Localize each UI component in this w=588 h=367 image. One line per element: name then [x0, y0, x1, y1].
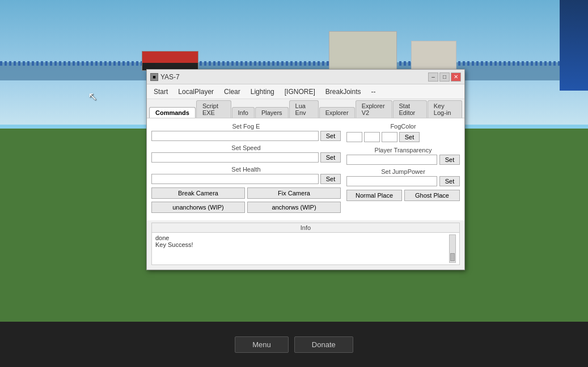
jumppower-set-button[interactable]: Set	[439, 176, 460, 186]
transparency-row: Set	[346, 155, 460, 165]
info-text: done Key Success!	[155, 234, 193, 248]
info-line2: Key Success!	[155, 241, 193, 248]
fog-e-label: Set Fog E	[151, 123, 341, 130]
info-section: Info done Key Success!	[151, 223, 460, 265]
health-label: Set Health	[151, 166, 341, 173]
info-line1: done	[155, 234, 193, 241]
menu-start[interactable]: Start	[149, 87, 172, 97]
unanchorws-button[interactable]: unanchorws (WIP)	[151, 202, 245, 213]
place-row: Normal Place Ghost Place	[346, 190, 460, 201]
menu-dash: --	[367, 87, 380, 97]
minimize-button[interactable]: –	[428, 72, 438, 82]
speed-input[interactable]	[151, 152, 319, 163]
right-structure	[560, 0, 588, 91]
tab-keylogin[interactable]: Key Log-in	[428, 100, 462, 118]
fog-color-row: Set	[346, 132, 460, 142]
info-header: Info	[152, 223, 459, 233]
fog-color-b[interactable]	[382, 132, 397, 142]
fog-color-r[interactable]	[346, 132, 362, 142]
menu-localplayer[interactable]: LocalPlayer	[174, 87, 218, 97]
health-row: Set	[151, 174, 341, 184]
building2	[411, 41, 456, 72]
bus	[142, 51, 198, 71]
jumppower-label: Set JumpPower	[346, 168, 460, 175]
transparency-group: Player Transparency Set	[346, 147, 460, 165]
anchorws-button[interactable]: anchorws (WIP)	[247, 202, 341, 213]
normal-place-button[interactable]: Normal Place	[346, 190, 402, 201]
menu-breakjoints[interactable]: BreakJoints	[321, 87, 366, 97]
yas7-window: ■ YAS-7 – □ ✕ Start LocalPlayer Clear Li…	[146, 69, 465, 270]
fog-color-set-button[interactable]: Set	[399, 132, 420, 142]
fog-color-g[interactable]	[364, 132, 380, 142]
window-icon: ■	[150, 73, 158, 81]
scroll-thumb	[450, 253, 455, 261]
fog-color-section: FogColor Set	[346, 123, 460, 142]
fog-e-input[interactable]	[151, 131, 319, 141]
jumppower-input[interactable]	[346, 176, 437, 186]
speed-row: Set	[151, 152, 341, 163]
menu-clear[interactable]: Clear	[219, 87, 245, 97]
jumppower-row: Set	[346, 176, 460, 186]
tab-scriptexe[interactable]: Script EXE	[196, 100, 231, 118]
transparency-label: Player Transparency	[346, 147, 460, 153]
fog-e-set-button[interactable]: Set	[320, 131, 341, 141]
info-body: done Key Success!	[152, 233, 459, 264]
transparency-set-button[interactable]: Set	[439, 155, 460, 165]
titlebar: ■ YAS-7 – □ ✕	[147, 70, 464, 84]
tabs-bar: Commands Script EXE Info Players Lua Env…	[147, 99, 464, 118]
ghost-place-button[interactable]: Ghost Place	[404, 190, 460, 201]
anchor-row: unanchorws (WIP) anchorws (WIP)	[151, 202, 341, 213]
menu-button[interactable]: Menu	[235, 336, 289, 353]
speed-group: Set Speed Set	[151, 144, 341, 163]
health-group: Set Health Set	[151, 166, 341, 184]
health-input[interactable]	[151, 174, 319, 184]
menubar: Start LocalPlayer Clear Lighting [IGNORE…	[147, 84, 464, 99]
tab-luaenv[interactable]: Lua Env	[289, 100, 319, 118]
tab-info[interactable]: Info	[232, 107, 255, 118]
titlebar-left: ■ YAS-7	[150, 73, 180, 81]
tab-commands[interactable]: Commands	[149, 107, 196, 118]
transparency-input[interactable]	[346, 155, 437, 165]
speed-label: Set Speed	[151, 144, 341, 151]
left-panel: Set Fog E Set Set Speed Set Set Health S…	[151, 123, 341, 216]
tab-stateditor[interactable]: Stat Editor	[393, 100, 427, 118]
camera-row: Break Camera Fix Camera	[151, 187, 341, 199]
fix-camera-button[interactable]: Fix Camera	[247, 187, 341, 199]
building1	[329, 31, 397, 74]
content-area: Set Fog E Set Set Speed Set Set Health S…	[147, 118, 464, 220]
health-set-button[interactable]: Set	[320, 174, 341, 184]
fog-e-group: Set Fog E Set	[151, 123, 341, 141]
fence	[0, 61, 588, 66]
bottom-bar: Menu Donate	[0, 322, 588, 367]
menu-ignore[interactable]: [IGNORE]	[280, 87, 320, 97]
fog-color-title: FogColor	[346, 123, 460, 130]
window-title: YAS-7	[160, 73, 180, 81]
jumppower-group: Set JumpPower Set	[346, 168, 460, 186]
tab-explorerv2[interactable]: Explorer V2	[356, 100, 392, 118]
tab-players[interactable]: Players	[255, 107, 289, 118]
maximize-button[interactable]: □	[439, 72, 450, 82]
close-button[interactable]: ✕	[451, 72, 461, 82]
fog-e-row: Set	[151, 131, 341, 141]
donate-button[interactable]: Donate	[294, 336, 353, 353]
menu-lighting[interactable]: Lighting	[246, 87, 279, 97]
right-panel: FogColor Set Player Transparency Set Set…	[346, 123, 460, 216]
break-camera-button[interactable]: Break Camera	[151, 187, 245, 199]
titlebar-controls: – □ ✕	[428, 72, 461, 82]
speed-set-button[interactable]: Set	[320, 152, 341, 163]
tab-explorer[interactable]: Explorer	[319, 107, 355, 118]
info-scrollbar[interactable]	[449, 234, 456, 263]
